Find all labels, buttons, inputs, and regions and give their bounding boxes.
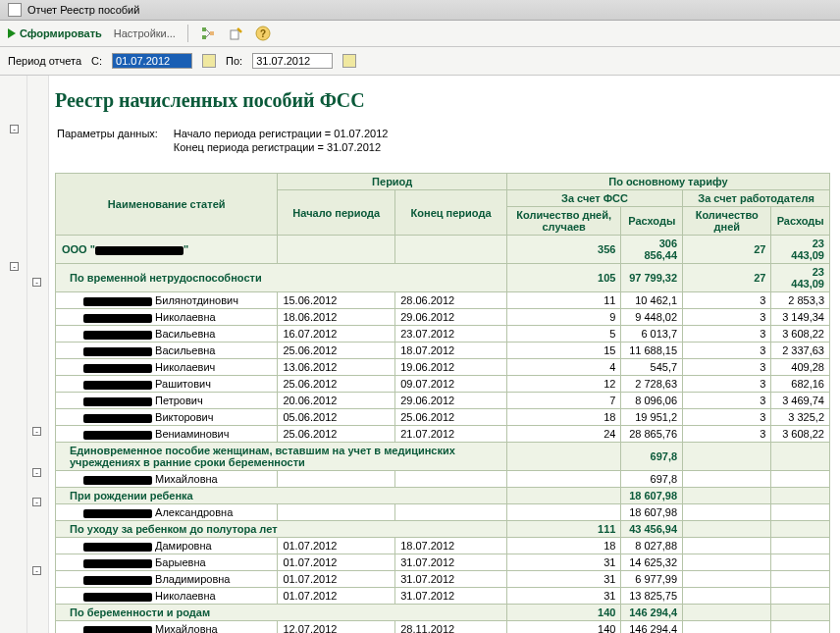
th-name: Наименование статей: [56, 174, 278, 236]
th-exp2: Расходы: [771, 207, 830, 236]
date-from-input[interactable]: [112, 53, 192, 69]
th-start: Начало периода: [278, 190, 395, 236]
data-row: Михайловна12.07.201228.11.2012140146 294…: [56, 621, 830, 634]
collapse-toggle[interactable]: -: [32, 468, 41, 477]
collapse-toggle[interactable]: -: [10, 262, 19, 271]
data-row: Николаевна01.07.201231.07.20123113 825,7…: [56, 588, 830, 605]
svg-line-4: [206, 33, 210, 37]
collapse-toggle[interactable]: -: [10, 125, 19, 133]
generate-label: Сформировать: [20, 27, 102, 39]
structure-icon[interactable]: [200, 26, 216, 41]
group-row: При рождении ребенка18 607,98: [56, 488, 830, 504]
report-grid: Наименование статей Период По основному …: [55, 173, 830, 633]
data-row: Дамировна01.07.201218.07.2012188 027,88: [56, 538, 830, 554]
data-row: Рашитович25.06.201209.07.2012122 728,633…: [56, 376, 830, 393]
window-title: Отчет Реестр пособий: [27, 4, 139, 16]
company-row: ООО ""356306 856,442723 443,09: [56, 236, 830, 264]
help-icon[interactable]: ?: [255, 26, 271, 41]
th-main: По основному тарифу: [506, 174, 829, 190]
collapse-toggle[interactable]: -: [32, 427, 41, 436]
date-to-input[interactable]: [252, 53, 333, 69]
app-icon: [8, 3, 22, 17]
th-fss: За счет ФСС: [506, 190, 682, 207]
data-row: Николаевна18.06.201229.06.201299 448,023…: [56, 309, 830, 326]
settings-button[interactable]: Настройки...: [114, 27, 176, 39]
collapse-toggle[interactable]: -: [32, 278, 41, 287]
svg-text:?: ?: [260, 28, 266, 39]
data-row: Билянотдинович15.06.201228.06.20121110 4…: [56, 292, 830, 309]
report-title: Реестр начисленных пособий ФСС: [55, 89, 830, 112]
data-row: Петрович20.06.201229.06.201278 096,0633 …: [56, 393, 830, 409]
th-days: Количество дней: [683, 207, 771, 236]
th-emp: За счет работодателя: [683, 190, 830, 207]
group-row: По беременности и родам140146 294,4: [56, 605, 830, 621]
collapse-toggle[interactable]: -: [32, 566, 41, 575]
outline-gutter-outer: - -: [0, 76, 27, 633]
export-icon[interactable]: [228, 26, 243, 41]
title-bar: Отчет Реестр пособий: [0, 0, 840, 21]
data-row: Васильевна25.06.201218.07.20121511 688,1…: [56, 343, 830, 359]
data-row: Васильевна16.07.201223.07.201256 013,733…: [56, 326, 830, 343]
params-block: Параметры данных: Начало периода регистр…: [55, 126, 403, 155]
svg-rect-1: [202, 35, 206, 39]
report-area: Реестр начисленных пособий ФСС Параметры…: [49, 76, 840, 633]
group-row: Единовременное пособие женщинам, вставши…: [56, 443, 830, 471]
group-row: По временной нетрудоспособности10597 799…: [56, 264, 830, 292]
outline-gutter-inner: - - - - -: [27, 76, 49, 633]
period-bar: Период отчета С: По:: [0, 47, 840, 76]
param-start: Начало периода регистрации = 01.07.2012: [174, 128, 402, 139]
separator: [187, 25, 188, 42]
data-row: Александровна18 607,98: [56, 504, 830, 521]
th-period: Период: [278, 174, 507, 190]
th-days-cases: Количество дней, случаев: [506, 207, 620, 236]
generate-button[interactable]: Сформировать: [8, 27, 102, 39]
data-row: Николаевич13.06.201219.06.20124545,73409…: [56, 359, 830, 376]
data-row: Викторович05.06.201225.06.20121819 951,2…: [56, 409, 830, 426]
data-row: Барыевна01.07.201231.07.20123114 625,32: [56, 554, 830, 571]
svg-rect-2: [210, 31, 214, 35]
svg-rect-0: [202, 27, 206, 31]
svg-line-3: [206, 29, 210, 33]
toolbar: Сформировать Настройки... ?: [0, 21, 840, 47]
data-row: Владимировна01.07.201231.07.2012316 977,…: [56, 571, 830, 588]
svg-rect-5: [231, 30, 238, 39]
params-label: Параметры данных:: [57, 128, 172, 139]
data-row: Вениаминович25.06.201221.07.20122428 865…: [56, 426, 830, 443]
th-end: Конец периода: [395, 190, 507, 236]
group-row: По уходу за ребенком до полутора лет1114…: [56, 521, 830, 538]
param-end: Конец периода регистрации = 31.07.2012: [174, 141, 402, 153]
calendar-from-button[interactable]: [202, 54, 216, 68]
period-label: Период отчета: [8, 55, 81, 67]
collapse-toggle[interactable]: -: [32, 498, 41, 506]
data-row: Михайловна697,8: [56, 471, 830, 488]
th-exp1: Расходы: [621, 207, 683, 236]
to-label: По:: [226, 55, 242, 67]
calendar-to-button[interactable]: [342, 54, 356, 68]
from-label: С:: [91, 55, 102, 67]
play-icon: [8, 28, 16, 38]
